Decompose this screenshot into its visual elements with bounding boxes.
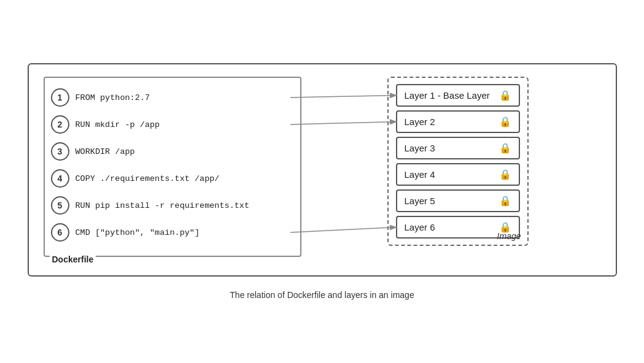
row-number: 2 <box>51 115 69 134</box>
layer-box: Layer 5 🔒 <box>396 189 520 212</box>
row-number: 3 <box>51 142 69 161</box>
layer-label: Layer 4 <box>405 169 435 180</box>
layer-label: Layer 3 <box>405 143 435 153</box>
row-code: CMD ["python", "main.py"] <box>76 228 200 237</box>
layer-box: Layer 4 🔒 <box>396 163 520 186</box>
caption: The relation of Dockerfile and layers in… <box>230 290 414 300</box>
dockerfile-row: 5 RUN pip install -r requirements.txt <box>51 192 290 219</box>
image-section: Layer 1 - Base Layer 🔒 Layer 2 🔒 Layer 3… <box>387 77 529 246</box>
row-code: WORKDIR /app <box>76 147 135 156</box>
dockerfile-row: 3 WORKDIR /app <box>51 138 290 165</box>
dockerfile-row: 4 COPY ./requirements.txt /app/ <box>51 165 290 192</box>
row-code: FROM python:2.7 <box>76 93 150 102</box>
diagram-relative: 1 FROM python:2.7 2 RUN mkdir -p /app 3 … <box>44 77 601 257</box>
layer-box: Layer 2 🔒 <box>396 110 520 133</box>
dockerfile-rows: 1 FROM python:2.7 2 RUN mkdir -p /app 3 … <box>51 84 290 246</box>
row-number: 6 <box>51 223 69 242</box>
lock-icon: 🔒 <box>499 116 511 128</box>
row-code: RUN pip install -r requirements.txt <box>76 201 250 210</box>
lock-icon: 🔒 <box>499 90 511 101</box>
dockerfile-row: 6 CMD ["python", "main.py"] <box>51 219 290 246</box>
lock-icon: 🔒 <box>499 142 511 154</box>
diagram-box: 1 FROM python:2.7 2 RUN mkdir -p /app 3 … <box>28 63 617 277</box>
lock-icon: 🔒 <box>499 169 511 180</box>
row-number: 1 <box>51 88 69 107</box>
row-number: 4 <box>51 169 69 188</box>
dockerfile-section: 1 FROM python:2.7 2 RUN mkdir -p /app 3 … <box>44 77 301 257</box>
lock-icon: 🔒 <box>499 195 511 207</box>
row-code: RUN mkdir -p /app <box>76 120 160 129</box>
dockerfile-label: Dockerfile <box>50 254 96 264</box>
image-label: Image <box>497 231 521 241</box>
layer-label: Layer 6 <box>405 222 435 232</box>
layer-label: Layer 2 <box>405 117 435 127</box>
dockerfile-row: 1 FROM python:2.7 <box>51 84 290 111</box>
layer-box: Layer 1 - Base Layer 🔒 <box>396 84 520 107</box>
arrows-container <box>301 77 387 257</box>
row-code: COPY ./requirements.txt /app/ <box>76 174 220 183</box>
dockerfile-row: 2 RUN mkdir -p /app <box>51 111 290 138</box>
layer-label: Layer 5 <box>405 196 435 206</box>
main-container: 1 FROM python:2.7 2 RUN mkdir -p /app 3 … <box>28 63 617 300</box>
row-number: 5 <box>51 196 69 215</box>
layer-label: Layer 1 - Base Layer <box>405 90 490 101</box>
layer-box: Layer 3 🔒 <box>396 137 520 159</box>
